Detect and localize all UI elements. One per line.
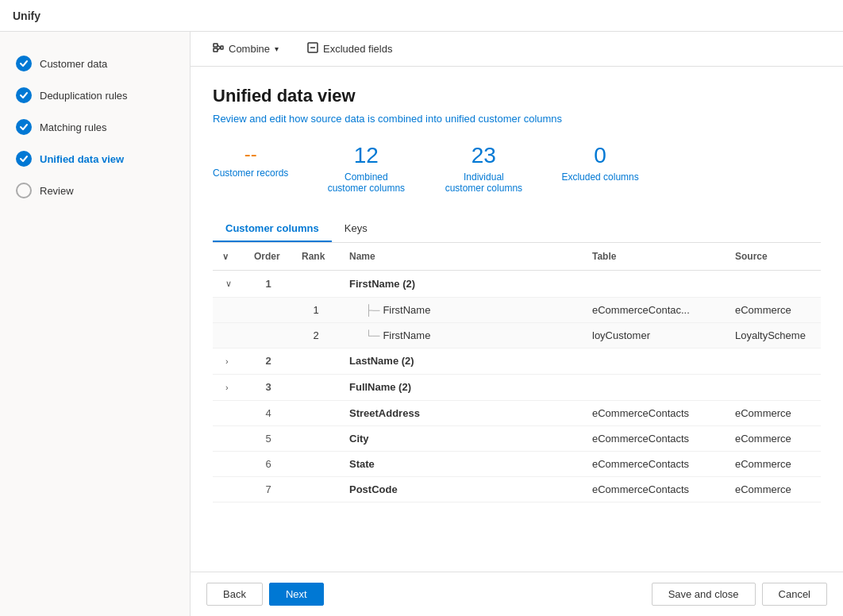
table-fn2: loyCustomer: [583, 322, 726, 348]
sidebar-label-deduplication-rules: Deduplication rules: [40, 90, 128, 102]
order-state: 6: [244, 451, 292, 476]
next-button[interactable]: Next: [269, 583, 324, 606]
name-postcode: PostCode: [340, 476, 583, 502]
sidebar-label-review: Review: [40, 185, 74, 197]
rank-fn2: 2: [292, 322, 340, 348]
sidebar-label-unified-data-view: Unified data view: [40, 153, 124, 165]
table-firstname-group: [583, 270, 726, 297]
stat-excluded-columns: 0 Excluded columns: [561, 144, 638, 194]
rank-fullname: [292, 374, 340, 400]
table-row: 1 ├─FirstName eCommerceContac... eCommer…: [213, 297, 821, 322]
th-order: Order: [244, 243, 292, 271]
cancel-button[interactable]: Cancel: [762, 583, 827, 606]
svg-rect-4: [221, 46, 223, 49]
table-row: 5 City eCommerceContacts eCommerce: [213, 425, 821, 451]
table-streetaddress: eCommerceContacts: [583, 400, 726, 425]
rank-city: [292, 425, 340, 451]
page-subtitle: Review and edit how source data is combi…: [213, 113, 821, 125]
table-row: › 2 LastName (2): [213, 348, 821, 374]
back-button[interactable]: Back: [206, 583, 263, 606]
source-lastname-group: [726, 348, 821, 374]
stat-label-excluded-columns: Excluded columns: [561, 171, 638, 183]
th-rank: Rank: [292, 243, 340, 271]
source-fn1: eCommerce: [726, 297, 821, 322]
svg-rect-1: [214, 48, 217, 52]
content-area: Combine ▾ Excluded fields Unified data v…: [191, 32, 843, 616]
main-layout: Customer data Deduplication rules Matchi…: [0, 32, 843, 616]
expand-firstname-button[interactable]: ∨: [222, 277, 235, 291]
source-postcode: eCommerce: [726, 476, 821, 502]
sidebar-item-review[interactable]: Review: [0, 175, 190, 206]
bottom-bar-left: Back Next: [206, 583, 324, 606]
expand-fullname-button[interactable]: ›: [222, 381, 232, 394]
data-table: ∨ Order Rank Name Table Source: [213, 243, 821, 502]
page-content: Unified data view Review and edit how so…: [191, 67, 843, 572]
stat-value-combined-columns: 12: [354, 144, 379, 168]
table-city: eCommerceContacts: [583, 425, 726, 451]
name-lastname-group: LastName (2): [340, 348, 583, 374]
excluded-fields-icon: [307, 42, 318, 56]
name-fn1: ├─FirstName: [340, 297, 583, 322]
th-source: Source: [726, 243, 821, 271]
table-row: ∨ 1 FirstName (2): [213, 270, 821, 297]
table-row: 6 State eCommerceContacts eCommerce: [213, 451, 821, 476]
order-lastname: 2: [244, 348, 292, 374]
table-row: 4 StreetAddress eCommerceContacts eComme…: [213, 400, 821, 425]
name-state: State: [340, 451, 583, 476]
excluded-fields-button[interactable]: Excluded fields: [301, 39, 398, 59]
table-fn1: eCommerceContac...: [583, 297, 726, 322]
stat-combined-columns: 12 Combined customer columns: [326, 144, 406, 194]
check-icon-customer-data: [16, 56, 32, 71]
stat-individual-columns: 23 Individual customer columns: [444, 144, 523, 194]
stat-value-excluded-columns: 0: [594, 144, 606, 168]
table-row: 7 PostCode eCommerceContacts eCommerce: [213, 476, 821, 502]
tab-customer-columns[interactable]: Customer columns: [213, 216, 332, 242]
th-name: Name: [340, 243, 583, 271]
stat-label-customer-records: Customer records: [213, 167, 288, 179]
table-lastname-group: [583, 348, 726, 374]
expand-lastname-button[interactable]: ›: [222, 355, 232, 368]
top-bar: Unify: [0, 0, 843, 32]
combine-chevron-icon: ▾: [275, 44, 279, 53]
source-city: eCommerce: [726, 425, 821, 451]
sidebar-label-customer-data: Customer data: [40, 58, 107, 70]
table-row: 2 └─FirstName loyCustomer LoyaltyScheme: [213, 322, 821, 348]
th-expand: ∨: [213, 243, 244, 271]
svg-rect-0: [214, 44, 217, 47]
name-firstname-group: FirstName (2): [340, 270, 583, 297]
save-close-button[interactable]: Save and close: [652, 583, 756, 606]
tree-line-icon: └─: [365, 329, 379, 341]
combine-label: Combine: [229, 43, 270, 55]
app-title: Unify: [13, 10, 40, 22]
rank-lastname: [292, 348, 340, 374]
name-fullname-group: FullName (2): [340, 374, 583, 400]
combine-button[interactable]: Combine ▾: [206, 39, 285, 59]
name-streetaddress: StreetAddress: [340, 400, 583, 425]
check-icon-deduplication-rules: [16, 87, 32, 103]
sort-chevron-icon: ∨: [222, 252, 229, 261]
stat-customer-records: -- Customer records: [213, 144, 288, 194]
order-postcode: 7: [244, 476, 292, 502]
stat-label-individual-columns: Individual customer columns: [444, 171, 523, 194]
stat-value-individual-columns: 23: [472, 144, 496, 168]
name-fn2: └─FirstName: [340, 322, 583, 348]
sidebar-item-deduplication-rules[interactable]: Deduplication rules: [0, 79, 190, 111]
source-fn2: LoyaltyScheme: [726, 322, 821, 348]
combine-icon: [213, 42, 224, 56]
sidebar-item-unified-data-view[interactable]: Unified data view: [0, 143, 190, 175]
order-fullname: 3: [244, 374, 292, 400]
sidebar-item-customer-data[interactable]: Customer data: [0, 48, 190, 79]
page-title: Unified data view: [213, 86, 821, 106]
stat-value-customer-records: --: [244, 144, 257, 164]
table-row: › 3 FullName (2): [213, 374, 821, 400]
stat-label-combined-columns: Combined customer columns: [326, 171, 406, 194]
rank-streetaddress: [292, 400, 340, 425]
tab-keys[interactable]: Keys: [332, 216, 380, 242]
order-firstname: 1: [244, 270, 292, 297]
bottom-bar-right: Save and close Cancel: [652, 583, 827, 606]
name-city: City: [340, 425, 583, 451]
source-fullname-group: [726, 374, 821, 400]
source-streetaddress: eCommerce: [726, 400, 821, 425]
empty-circle-review: [16, 183, 32, 198]
sidebar-item-matching-rules[interactable]: Matching rules: [0, 111, 190, 143]
